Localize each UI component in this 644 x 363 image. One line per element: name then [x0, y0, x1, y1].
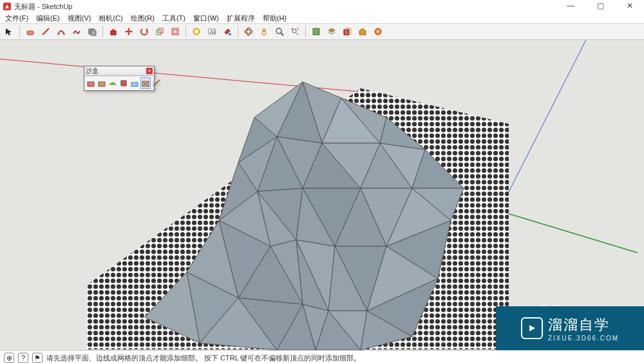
svg-point-10	[195, 30, 198, 33]
freehand-tool-icon[interactable]	[70, 25, 83, 38]
svg-point-16	[276, 28, 281, 34]
shape-tool-icon[interactable]	[86, 25, 99, 38]
eraser-tool-icon[interactable]	[24, 25, 37, 38]
svg-rect-71	[99, 82, 105, 86]
separator	[19, 26, 20, 37]
component-tool-icon[interactable]	[341, 25, 354, 38]
window-title: 无标题 - SketchUp	[14, 2, 562, 12]
watermark-url: ZIXUE.3D66.COM	[548, 335, 619, 342]
title-bar: 无标题 - SketchUp — ▢ ✕	[0, 0, 644, 13]
palette-title: 沙盒	[86, 66, 99, 75]
menu-file[interactable]: 文件(F)	[4, 14, 30, 23]
window-controls: — ▢ ✕	[562, 1, 639, 12]
svg-text:A1: A1	[210, 29, 216, 35]
watermark-overlay: 溜溜自学 ZIXUE.3D66.COM	[496, 306, 644, 350]
menu-bar: 文件(F) 编辑(E) 视图(V) 相机(C) 绘图(R) 工具(T) 窗口(W…	[0, 13, 644, 23]
blue-axis	[499, 40, 592, 211]
orbit-tool-icon[interactable]	[242, 25, 255, 38]
pan-tool-icon[interactable]	[258, 25, 270, 38]
tape-tool-icon[interactable]	[190, 25, 203, 38]
svg-rect-70	[88, 82, 94, 86]
smoove-tool-icon[interactable]	[108, 77, 118, 89]
help-icon[interactable]: ?	[18, 353, 28, 363]
svg-rect-3	[111, 31, 116, 35]
close-button[interactable]: ✕	[621, 1, 639, 12]
extension-icon[interactable]	[372, 25, 384, 38]
scale-tool-icon[interactable]	[153, 25, 166, 38]
maximize-button[interactable]: ▢	[591, 1, 609, 12]
menu-view[interactable]: 视图(V)	[66, 14, 93, 23]
separator	[238, 26, 238, 37]
svg-rect-18	[313, 28, 319, 35]
flip-edge-tool-icon[interactable]	[151, 77, 162, 89]
play-icon	[521, 317, 543, 339]
svg-rect-72	[121, 81, 126, 86]
palette-header[interactable]: 沙盒 ×	[84, 66, 154, 76]
menu-camera[interactable]: 相机(C)	[97, 14, 124, 23]
rotate-tool-icon[interactable]	[138, 25, 151, 38]
svg-rect-73	[131, 83, 138, 86]
text-tool-icon[interactable]: A1	[205, 25, 218, 38]
green-axis	[499, 211, 638, 253]
drape-tool-icon[interactable]	[129, 77, 140, 89]
menu-draw[interactable]: 绘图(R)	[129, 14, 156, 23]
svg-point-15	[247, 28, 251, 35]
geo-location-icon[interactable]: ⊕	[4, 353, 14, 363]
menu-tools[interactable]: 工具(T)	[161, 14, 187, 23]
svg-rect-1	[27, 31, 33, 35]
watermark-brand: 溜溜自学	[548, 315, 619, 335]
select-tool-icon[interactable]	[3, 25, 15, 38]
add-detail-tool-icon[interactable]	[140, 77, 151, 89]
zoom-extents-icon[interactable]	[289, 25, 301, 38]
menu-window[interactable]: 窗口(W)	[192, 14, 220, 23]
svg-rect-8	[173, 30, 177, 34]
section-tool-icon[interactable]	[310, 25, 323, 38]
menu-edit[interactable]: 编辑(E)	[35, 14, 61, 23]
arc-tool-icon[interactable]	[55, 25, 68, 38]
main-toolbar: A1	[0, 23, 644, 40]
paint-tool-icon[interactable]	[221, 25, 234, 38]
sandbox-from-contours-icon[interactable]	[86, 77, 96, 89]
stamp-tool-icon[interactable]	[118, 77, 129, 89]
minimize-button[interactable]: —	[562, 1, 580, 12]
separator	[185, 26, 186, 37]
viewport-3d[interactable]: 沙盒 × ☁☁ 溜溜自学 ZIXUE.3D66.COM	[0, 40, 644, 350]
red-axis	[0, 56, 386, 94]
status-bar: ⊕ ? ⚑ 请先选择平面、边线或网格的顶点才能添加细部。 按下 CTRL 键可在…	[0, 350, 644, 363]
svg-point-13	[229, 33, 231, 35]
palette-close-button[interactable]: ×	[146, 68, 153, 74]
palette-body	[84, 76, 154, 90]
menu-ext[interactable]: 扩展程序	[225, 14, 256, 23]
layers-tool-icon[interactable]	[325, 25, 338, 38]
sandbox-from-scratch-icon[interactable]	[97, 77, 107, 89]
app-icon	[3, 2, 12, 11]
pushpull-tool-icon[interactable]	[107, 25, 120, 38]
svg-rect-19	[344, 30, 349, 35]
offset-tool-icon[interactable]	[169, 25, 182, 38]
separator	[305, 26, 306, 37]
svg-point-14	[245, 30, 252, 34]
status-hint: 请先选择平面、边线或网格的顶点才能添加细部。 按下 CTRL 键可在不偏移新顶点…	[46, 353, 361, 363]
sandbox-palette[interactable]: 沙盒 ×	[84, 66, 155, 91]
move-tool-icon[interactable]	[122, 25, 135, 38]
svg-point-17	[292, 29, 296, 33]
separator	[102, 26, 103, 37]
line-tool-icon[interactable]	[39, 25, 52, 38]
zoom-tool-icon[interactable]	[273, 25, 286, 38]
credits-icon[interactable]: ⚑	[32, 353, 43, 363]
warehouse-icon[interactable]	[356, 25, 369, 38]
menu-help[interactable]: 帮助(H)	[261, 14, 288, 23]
